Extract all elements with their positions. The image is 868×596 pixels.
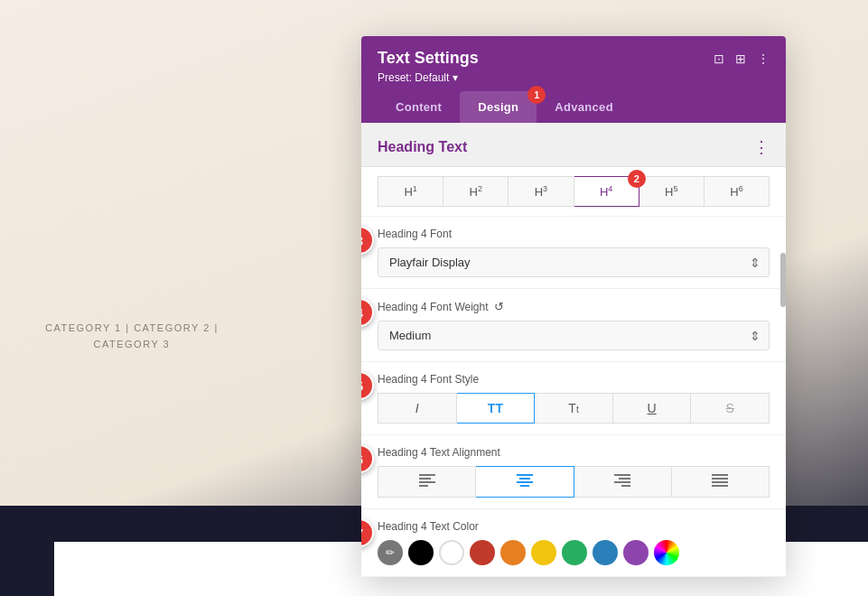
badge-7: 7	[361, 518, 374, 547]
color-orange[interactable]	[500, 540, 526, 565]
badge-5: 5	[361, 371, 374, 400]
font-weight-select[interactable]: Thin Light Regular Medium Bold ExtraBold	[378, 321, 770, 350]
align-justify[interactable]	[672, 466, 770, 498]
panel-tabs: Content Design 1 Advanced	[378, 91, 770, 123]
svg-rect-12	[712, 474, 728, 476]
color-red[interactable]	[470, 540, 495, 565]
tab-advanced-label: Advanced	[555, 100, 613, 114]
heading-tabs-container: H1 H2 H3 H4 2 H5 H6	[361, 167, 786, 217]
color-picker[interactable]	[654, 540, 679, 565]
align-buttons	[378, 466, 770, 498]
style-strikethrough[interactable]: S	[691, 393, 770, 424]
font-weight-reset[interactable]: ↺	[494, 300, 504, 313]
style-italic[interactable]: I	[378, 393, 457, 424]
align-center[interactable]	[476, 466, 574, 498]
h2-tab[interactable]: H2	[443, 176, 509, 207]
h6-tab[interactable]: H6	[705, 176, 770, 207]
svg-rect-7	[520, 485, 529, 487]
svg-rect-1	[419, 478, 431, 480]
svg-rect-15	[712, 485, 728, 487]
font-weight-label: Heading 4 Font Weight ↺	[378, 300, 770, 313]
fullscreen-icon[interactable]: ⊡	[714, 51, 724, 66]
align-right[interactable]	[574, 466, 672, 498]
svg-rect-11	[621, 485, 630, 487]
color-eyedropper[interactable]: ✏	[378, 540, 403, 565]
h5-tab[interactable]: H5	[639, 176, 705, 207]
tab-advanced[interactable]: Advanced	[537, 91, 631, 123]
panel-header: Text Settings ⊡ ⊞ ⋮ Preset: Default ▾ Co…	[361, 36, 786, 123]
preset-arrow[interactable]: ▾	[453, 71, 458, 84]
tab-content-label: Content	[396, 100, 442, 114]
font-setting-row: 3 Heading 4 Font Playfair Display Arial …	[361, 217, 786, 289]
color-swatches: ✏	[378, 540, 770, 565]
svg-rect-2	[419, 481, 435, 483]
panel-title: Text Settings	[378, 49, 479, 68]
tab-design[interactable]: Design 1	[460, 91, 537, 123]
svg-rect-4	[517, 474, 533, 476]
font-style-label: Heading 4 Font Style	[378, 373, 770, 386]
badge-3: 3	[361, 226, 374, 255]
font-select-wrapper: Playfair Display Arial Georgia Times New…	[378, 247, 770, 277]
panel-scrollbar[interactable]	[780, 253, 786, 307]
svg-rect-6	[517, 481, 533, 483]
layout-icon[interactable]: ⊞	[735, 51, 746, 66]
text-settings-panel: Text Settings ⊡ ⊞ ⋮ Preset: Default ▾ Co…	[361, 36, 786, 577]
style-buttons: I TT Tt U S	[378, 393, 770, 424]
color-black[interactable]	[408, 540, 434, 565]
section-header: Heading Text ⋮	[361, 123, 786, 167]
h1-tab[interactable]: H1	[378, 176, 443, 207]
section-title: Heading Text	[378, 139, 467, 155]
heading-tabs: H1 H2 H3 H4 2 H5 H6	[378, 176, 770, 207]
align-left[interactable]	[378, 466, 476, 498]
font-label: Heading 4 Font	[378, 228, 770, 240]
svg-rect-13	[712, 478, 728, 480]
font-weight-row: 4 Heading 4 Font Weight ↺ Thin Light Reg…	[361, 289, 786, 362]
text-alignment-label: Heading 4 Text Alignment	[378, 446, 770, 459]
svg-rect-0	[419, 474, 435, 476]
panel-body: Heading Text ⋮ H1 H2 H3 H4 2 H5 H6 3 Hea…	[361, 123, 786, 577]
style-underline[interactable]: U	[613, 393, 692, 424]
tab-content[interactable]: Content	[378, 91, 460, 123]
badge-6: 6	[361, 444, 374, 473]
panel-header-top: Text Settings ⊡ ⊞ ⋮	[378, 49, 770, 68]
svg-rect-10	[614, 481, 630, 483]
svg-rect-9	[619, 478, 630, 480]
color-yellow[interactable]	[531, 540, 556, 565]
style-capitalize[interactable]: Tt	[535, 393, 613, 424]
section-more-icon[interactable]: ⋮	[753, 137, 770, 157]
category-text: CATEGORY 1 | CATEGORY 2 | CATEGORY 3	[45, 321, 219, 352]
badge-4: 4	[361, 298, 374, 327]
text-color-label: Heading 4 Text Color	[378, 520, 770, 533]
svg-rect-14	[712, 481, 728, 483]
h4-tab[interactable]: H4 2	[574, 176, 639, 207]
color-blue[interactable]	[593, 540, 618, 565]
color-purple[interactable]	[623, 540, 649, 565]
font-select[interactable]: Playfair Display Arial Georgia Times New…	[378, 247, 770, 277]
tab-design-label: Design	[478, 100, 518, 114]
more-options-icon[interactable]: ⋮	[757, 51, 770, 66]
color-green[interactable]	[562, 540, 587, 565]
style-uppercase[interactable]: TT	[457, 393, 536, 424]
text-color-row: 7 Heading 4 Text Color ✏	[361, 509, 786, 577]
font-weight-select-wrapper: Thin Light Regular Medium Bold ExtraBold…	[378, 321, 770, 350]
preset-label: Preset: Default	[378, 71, 449, 84]
svg-rect-8	[614, 474, 630, 476]
h4-badge: 2	[628, 170, 646, 188]
h3-tab[interactable]: H3	[509, 176, 574, 207]
text-alignment-row: 6 Heading 4 Text Alignment	[361, 435, 786, 509]
panel-header-icons: ⊡ ⊞ ⋮	[714, 51, 770, 66]
font-style-row: 5 Heading 4 Font Style I TT Tt U S	[361, 362, 786, 435]
svg-rect-5	[519, 478, 530, 480]
color-white[interactable]	[439, 540, 464, 565]
svg-rect-3	[419, 485, 428, 487]
preset-row: Preset: Default ▾	[378, 71, 770, 84]
